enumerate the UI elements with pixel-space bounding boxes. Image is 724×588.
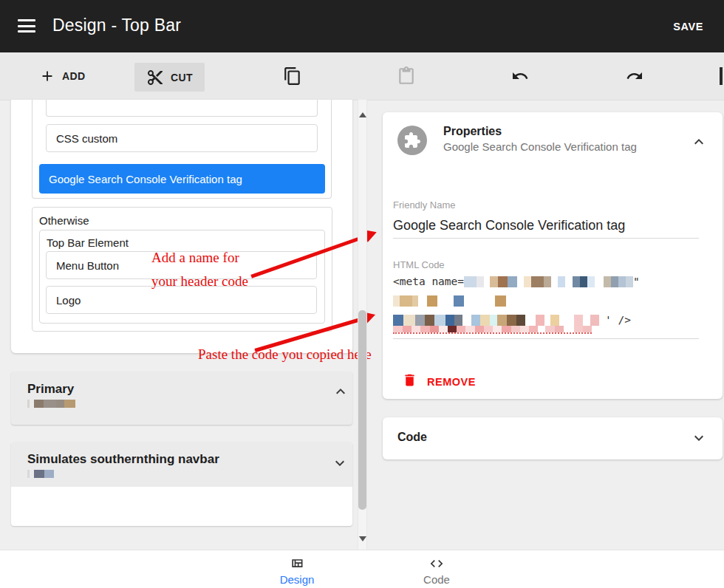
redo-button[interactable]: [626, 61, 643, 91]
menu-hamburger-icon[interactable]: [18, 19, 35, 33]
paste-icon: [397, 66, 416, 86]
toolbar-overflow-icon[interactable]: [717, 61, 724, 91]
undo-icon: [511, 67, 529, 85]
input-underline: [393, 238, 699, 239]
copy-icon: [283, 66, 302, 86]
redo-icon: [626, 67, 643, 85]
friendly-name-label: Friendly Name: [393, 199, 456, 211]
css-custom-label: CSS custom: [56, 132, 117, 145]
extension-puzzle-icon: [397, 126, 427, 155]
otherwise-label: Otherwise: [39, 214, 89, 227]
annotation-note1-line2: your header code: [151, 273, 248, 290]
copy-button[interactable]: [283, 61, 302, 91]
code-underline: [393, 338, 699, 339]
remove-button[interactable]: REMOVE: [402, 372, 476, 391]
html-code-line1[interactable]: <meta name= ": [393, 276, 640, 287]
gsc-verification-label: Google Search Console Verification tag: [49, 173, 242, 185]
add-label: ADD: [62, 70, 86, 82]
scrollbar-thumb[interactable]: [358, 310, 366, 510]
code-blur-2: [393, 295, 506, 307]
friendly-name-input[interactable]: Google Search Console Verification tag: [393, 218, 625, 233]
cut-button[interactable]: CUT: [134, 63, 205, 92]
navbar-section-card[interactable]: Simulates southernthing navbar: [11, 442, 352, 526]
html-code-label: HTML Code: [393, 259, 445, 270]
code-section-card[interactable]: Code: [383, 417, 723, 459]
add-button[interactable]: ADD: [39, 61, 86, 91]
primary-section-card[interactable]: Primary: [11, 372, 352, 425]
navbar-blurred-value: [27, 470, 54, 478]
annotation-note1-line1: Add a name for: [151, 250, 239, 266]
logo-label: Logo: [56, 294, 81, 307]
chevron-down-icon[interactable]: [331, 454, 349, 472]
menu-button-label: Menu Button: [56, 259, 119, 272]
list-item-gsc-verification-selected[interactable]: Google Search Console Verification tag: [39, 164, 325, 194]
chevron-up-icon[interactable]: [690, 133, 708, 151]
annotation-note2: Paste the code you copied here: [198, 346, 372, 363]
code-section-title: Code: [397, 431, 427, 444]
scroll-down-arrow-icon[interactable]: [359, 536, 366, 541]
properties-card: Properties Google Search Console Verific…: [383, 112, 723, 399]
bottom-navigation: Design Code: [0, 550, 724, 588]
html-code-line2[interactable]: [393, 295, 506, 307]
app-bar: Design - Top Bar SAVE: [0, 0, 724, 52]
design-tab-label: Design: [280, 573, 315, 586]
list-item-logo[interactable]: Logo: [46, 286, 317, 314]
chevron-up-icon[interactable]: [332, 383, 349, 400]
cut-label: CUT: [171, 72, 193, 83]
properties-subtitle: Google Search Console Verification tag: [443, 140, 637, 153]
navbar-section-title: Simulates southernthing navbar: [27, 452, 219, 467]
remove-label: REMOVE: [427, 376, 476, 388]
edit-toolbar: ADD CUT: [0, 52, 724, 100]
properties-title: Properties: [443, 125, 502, 138]
spellcheck-squiggle: [393, 326, 592, 334]
code-blur-1: [464, 276, 633, 287]
code-blur-3: [393, 315, 599, 326]
code-tab-label: Code: [423, 573, 450, 586]
tab-design[interactable]: Design: [264, 556, 330, 586]
trash-icon: [402, 372, 417, 391]
save-button[interactable]: SAVE: [673, 21, 703, 33]
undo-button[interactable]: [511, 61, 529, 91]
page-title: Design - Top Bar: [52, 16, 181, 35]
code-open-quote: ": [633, 276, 640, 287]
scroll-up-arrow-icon[interactable]: [359, 112, 366, 117]
chevron-down-icon[interactable]: [690, 429, 708, 447]
paste-button[interactable]: [397, 61, 416, 91]
scissors-icon: [146, 69, 164, 86]
app-window: Design - Top Bar SAVE ADD CUT: [0, 0, 724, 588]
list-item-partial[interactable]: [46, 100, 318, 117]
code-prefix: <meta name=: [393, 276, 464, 287]
list-item-css-custom[interactable]: CSS custom: [46, 124, 318, 152]
top-bar-element-label: Top Bar Element: [47, 236, 129, 249]
plus-icon: [39, 68, 55, 84]
primary-section-title: Primary: [27, 382, 74, 397]
code-suffix: ' />: [605, 314, 631, 326]
code-brackets-icon: [428, 556, 445, 571]
tab-code[interactable]: Code: [403, 556, 470, 586]
primary-blurred-value: [27, 400, 75, 408]
design-grid-icon: [290, 556, 304, 571]
html-code-line3[interactable]: ' />: [393, 314, 631, 326]
